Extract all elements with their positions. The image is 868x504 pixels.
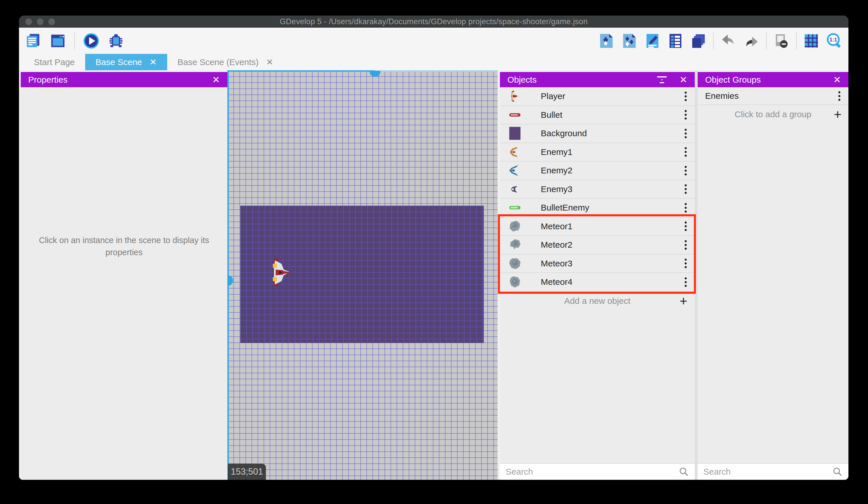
tab-base-scene[interactable]: Base Scene ✕ bbox=[85, 54, 167, 70]
object-menu-icon[interactable] bbox=[683, 164, 689, 177]
tab-start-page[interactable]: Start Page bbox=[24, 54, 85, 70]
close-tab-icon[interactable]: ✕ bbox=[266, 57, 273, 67]
object-menu-icon[interactable] bbox=[683, 276, 689, 289]
gdevelop-window: GDevelop 5 - /Users/dkarakay/Documents/G… bbox=[19, 16, 848, 480]
zoom-ratio-label: 1:1 bbox=[829, 37, 837, 43]
groups-search-input[interactable] bbox=[703, 467, 832, 477]
header-zone: 1:1 Start Page Base Scene ✕ Base Scene (… bbox=[19, 28, 848, 70]
selection-handle-left[interactable] bbox=[227, 275, 233, 286]
object-menu-icon[interactable] bbox=[683, 90, 689, 103]
title-bar: GDevelop 5 - /Users/dkarakay/Documents/G… bbox=[19, 16, 848, 28]
properties-empty-message: Click on an instance in the scene to dis… bbox=[32, 234, 216, 258]
object-row-meteor2[interactable]: Meteor2 bbox=[500, 236, 695, 255]
object-row-player[interactable]: Player bbox=[500, 87, 695, 106]
content-area: Properties ✕ Click on an instance in the… bbox=[19, 70, 848, 480]
close-objects-panel-icon[interactable]: ✕ bbox=[680, 74, 687, 85]
objects-panel-header: Objects ✕ bbox=[500, 72, 695, 87]
toolbar-divider bbox=[766, 32, 767, 49]
toggle-mask-icon[interactable] bbox=[773, 32, 790, 49]
start-page-window-icon[interactable] bbox=[50, 32, 66, 49]
main-toolbar: 1:1 bbox=[19, 28, 848, 54]
project-manager-icon[interactable] bbox=[25, 32, 41, 49]
properties-panel-title: Properties bbox=[28, 75, 68, 85]
add-group-row[interactable]: Click to add a group + bbox=[698, 105, 848, 123]
objects-panel-title: Objects bbox=[507, 75, 537, 85]
toolbar-divider bbox=[796, 32, 797, 49]
meteor3-object-icon bbox=[508, 256, 522, 270]
maximize-window-button[interactable] bbox=[48, 18, 55, 25]
object-row-bullet[interactable]: Bullet bbox=[500, 106, 695, 125]
bulletenemy-object-icon bbox=[508, 201, 522, 214]
object-menu-icon[interactable] bbox=[683, 145, 689, 158]
cursor-position-badge: 153;501 bbox=[228, 464, 266, 480]
desktop: GDevelop 5 - /Users/dkarakay/Documents/G… bbox=[0, 0, 868, 504]
panel-divider[interactable] bbox=[695, 70, 698, 480]
meteor2-object-icon bbox=[508, 238, 522, 252]
object-menu-icon[interactable] bbox=[683, 108, 689, 121]
object-menu-icon[interactable] bbox=[683, 201, 689, 214]
selection-outline-left bbox=[227, 70, 229, 480]
layers-icon[interactable] bbox=[690, 32, 707, 49]
object-row-enemy2[interactable]: Enemy2 bbox=[500, 162, 695, 180]
add-group-label: Click to add a group bbox=[698, 109, 848, 119]
enemy1-object-icon bbox=[508, 145, 522, 159]
object-row-background[interactable]: Background bbox=[500, 124, 695, 143]
add-group-plus-icon[interactable]: + bbox=[834, 108, 841, 121]
toggle-grid-icon[interactable] bbox=[803, 32, 820, 49]
object-row-enemy3[interactable]: Enemy3 bbox=[500, 180, 695, 199]
add-object-row[interactable]: Add a new object + bbox=[500, 292, 695, 311]
object-menu-icon[interactable] bbox=[683, 239, 689, 251]
search-icon bbox=[679, 466, 689, 477]
play-preview-button[interactable] bbox=[83, 32, 100, 49]
search-icon bbox=[832, 466, 843, 477]
object-menu-icon[interactable] bbox=[683, 257, 689, 270]
toolbar-divider bbox=[74, 32, 75, 49]
objects-search-input[interactable] bbox=[506, 467, 679, 477]
enemy3-object-icon bbox=[508, 182, 522, 196]
properties-panel-header: Properties ✕ bbox=[21, 72, 227, 87]
close-window-button[interactable] bbox=[25, 18, 32, 25]
enemy2-object-icon bbox=[508, 164, 522, 178]
show-objects-panel-icon[interactable] bbox=[598, 32, 615, 49]
minimize-window-button[interactable] bbox=[37, 18, 43, 25]
objects-search-bar bbox=[500, 463, 695, 480]
tab-base-scene-events[interactable]: Base Scene (Events) ✕ bbox=[167, 54, 284, 70]
object-menu-icon[interactable] bbox=[683, 220, 689, 233]
instances-list-icon[interactable] bbox=[667, 32, 684, 49]
player-ship-instance[interactable] bbox=[270, 258, 292, 287]
group-row-enemies[interactable]: Enemies bbox=[698, 87, 848, 105]
close-properties-panel-icon[interactable]: ✕ bbox=[212, 74, 220, 85]
redo-icon[interactable] bbox=[743, 32, 760, 49]
zoom-1-1-icon[interactable]: 1:1 bbox=[826, 32, 843, 49]
add-object-plus-icon[interactable]: + bbox=[680, 294, 687, 308]
scene-editor-canvas[interactable]: 153;501 bbox=[227, 70, 498, 480]
object-groups-panel: Enemies Click to add a group + bbox=[698, 87, 848, 480]
selection-outline-top bbox=[227, 70, 375, 72]
object-row-enemy1[interactable]: Enemy1 bbox=[500, 143, 695, 162]
object-menu-icon[interactable] bbox=[683, 183, 689, 195]
edit-scene-properties-icon[interactable] bbox=[644, 32, 661, 49]
properties-panel: Click on an instance in the scene to dis… bbox=[21, 87, 227, 480]
object-row-meteor3[interactable]: Meteor3 bbox=[500, 255, 695, 273]
object-row-meteor1[interactable]: Meteor1 bbox=[500, 218, 695, 236]
window-controls[interactable] bbox=[25, 16, 55, 28]
object-groups-panel-header: Object Groups ✕ bbox=[698, 72, 848, 87]
toolbar-divider bbox=[713, 32, 714, 49]
group-menu-icon[interactable] bbox=[837, 90, 842, 102]
show-object-groups-panel-icon[interactable] bbox=[621, 32, 638, 49]
object-row-meteor4[interactable]: Meteor4 bbox=[500, 273, 695, 292]
close-tab-icon[interactable]: ✕ bbox=[149, 57, 157, 67]
close-object-groups-panel-icon[interactable]: ✕ bbox=[833, 74, 841, 85]
debug-button[interactable] bbox=[107, 32, 124, 49]
object-groups-panel-title: Object Groups bbox=[705, 75, 761, 85]
tab-bar: Start Page Base Scene ✕ Base Scene (Even… bbox=[19, 54, 284, 70]
objects-panel: Player Bullet Background bbox=[500, 87, 695, 480]
window-title: GDevelop 5 - /Users/dkarakay/Documents/G… bbox=[280, 17, 588, 26]
undo-icon[interactable] bbox=[720, 32, 737, 49]
meteor1-object-icon bbox=[508, 220, 522, 233]
object-row-bulletenemy[interactable]: BulletEnemy bbox=[500, 199, 695, 218]
filter-icon[interactable] bbox=[657, 76, 667, 83]
object-menu-icon[interactable] bbox=[683, 127, 689, 140]
selection-handle-top[interactable] bbox=[370, 71, 381, 77]
selection-outline-top-light bbox=[375, 70, 498, 72]
